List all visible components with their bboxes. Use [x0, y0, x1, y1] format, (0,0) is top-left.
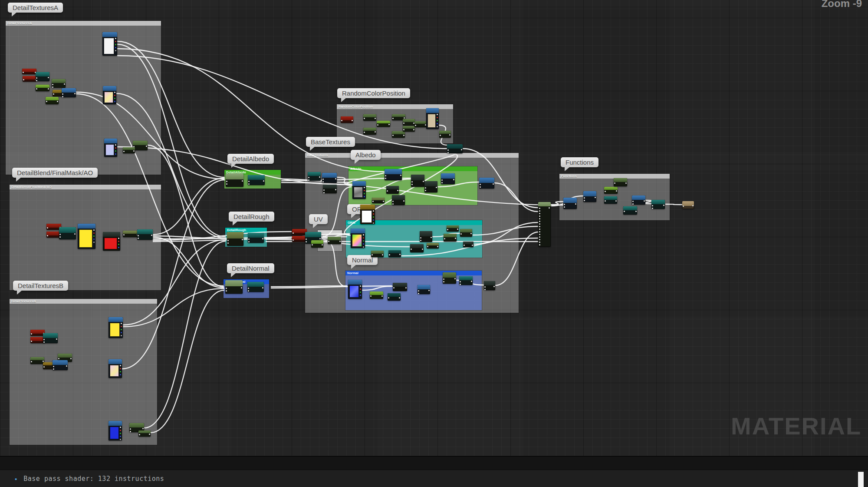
node-pin[interactable] — [480, 184, 481, 185]
graph-node[interactable] — [328, 237, 341, 244]
node-pin[interactable] — [455, 238, 456, 239]
wire[interactable] — [76, 94, 224, 286]
node-pin[interactable] — [226, 288, 227, 289]
graph-node[interactable] — [247, 282, 264, 292]
node-pin[interactable] — [352, 120, 353, 121]
node-pin[interactable] — [114, 101, 115, 102]
node-pin[interactable] — [411, 181, 413, 182]
node-pin[interactable] — [263, 180, 264, 182]
wire[interactable] — [323, 240, 347, 287]
node-pin[interactable] — [130, 431, 131, 432]
node-pin[interactable] — [397, 190, 398, 191]
node-pin[interactable] — [139, 434, 140, 435]
node-pin[interactable] — [93, 232, 95, 234]
node-pin[interactable] — [36, 88, 37, 89]
node-pin[interactable] — [293, 239, 294, 241]
node-pin[interactable] — [364, 193, 365, 194]
wire[interactable] — [473, 222, 539, 244]
node-pin[interactable] — [539, 215, 540, 217]
node-pin[interactable] — [616, 190, 617, 192]
graph-node[interactable] — [78, 224, 95, 249]
comment-title-bubble[interactable]: DetailTexturesB — [13, 281, 68, 291]
node-pin[interactable] — [539, 213, 540, 214]
node-pin[interactable] — [242, 180, 243, 182]
node-pin[interactable] — [227, 240, 229, 241]
node-pin[interactable] — [411, 184, 413, 185]
node-pin[interactable] — [48, 77, 49, 78]
node-pin[interactable] — [360, 285, 361, 287]
node-pin[interactable] — [120, 427, 121, 428]
comment-title-bubble[interactable]: DetailBlend/FinalMask/AO — [12, 168, 98, 178]
graph-node[interactable] — [424, 181, 437, 192]
node-pin[interactable] — [43, 339, 45, 340]
node-pin[interactable] — [114, 95, 115, 96]
node-pin[interactable] — [370, 295, 372, 297]
node-pin[interactable] — [413, 129, 414, 130]
graph-node[interactable] — [393, 283, 407, 291]
wire[interactable] — [645, 200, 652, 204]
node-pin[interactable] — [312, 244, 313, 245]
node-pin[interactable] — [142, 428, 144, 429]
node-pin[interactable] — [149, 434, 150, 435]
node-pin[interactable] — [121, 335, 122, 336]
node-pin[interactable] — [226, 183, 227, 185]
node-pin[interactable] — [53, 366, 54, 367]
node-pin[interactable] — [52, 84, 53, 85]
node-pin[interactable] — [624, 211, 625, 212]
node-pin[interactable] — [115, 144, 116, 146]
node-pin[interactable] — [683, 205, 684, 207]
node-pin[interactable] — [118, 241, 119, 242]
node-pin[interactable] — [373, 216, 374, 218]
graph-node[interactable] — [392, 195, 405, 205]
node-pin[interactable] — [605, 191, 606, 192]
node-pin[interactable] — [549, 207, 550, 209]
node-pin[interactable] — [392, 118, 394, 119]
node-pin[interactable] — [387, 190, 388, 192]
node-pin[interactable] — [539, 239, 540, 240]
node-pin[interactable] — [411, 248, 412, 250]
graph-node[interactable] — [43, 333, 58, 343]
node-pin[interactable] — [43, 361, 44, 362]
node-pin[interactable] — [335, 189, 336, 190]
node-pin[interactable] — [575, 203, 576, 205]
graph-node[interactable] — [460, 229, 472, 237]
graph-node[interactable] — [463, 242, 473, 247]
node-pin[interactable] — [564, 206, 565, 208]
graph-node[interactable] — [479, 178, 494, 189]
node-pin[interactable] — [363, 234, 364, 235]
node-pin[interactable] — [364, 187, 365, 188]
wire[interactable] — [144, 241, 226, 428]
node-pin[interactable] — [385, 178, 386, 179]
node-pin[interactable] — [120, 430, 121, 431]
node-pin[interactable] — [262, 238, 263, 239]
node-pin[interactable] — [539, 218, 540, 219]
node-pin[interactable] — [625, 182, 627, 184]
node-pin[interactable] — [415, 125, 416, 126]
node-pin[interactable] — [389, 254, 390, 255]
node-pin[interactable] — [57, 101, 58, 102]
comment-title-bubble[interactable]: DetailTexturesA — [8, 3, 63, 13]
wire[interactable] — [362, 286, 393, 290]
node-pin[interactable] — [595, 197, 596, 198]
node-pin[interactable] — [420, 237, 421, 239]
node-pin[interactable] — [615, 200, 617, 202]
node-pin[interactable] — [115, 153, 116, 155]
graph-node[interactable] — [103, 86, 116, 104]
graph-node[interactable] — [392, 131, 405, 138]
node-pin[interactable] — [115, 38, 116, 39]
node-pin[interactable] — [385, 175, 386, 176]
graph-node[interactable] — [108, 421, 122, 441]
node-pin[interactable] — [93, 239, 95, 240]
node-pin[interactable] — [248, 183, 250, 185]
node-pin[interactable] — [363, 240, 364, 242]
node-pin[interactable] — [460, 281, 461, 282]
graph-node[interactable] — [418, 285, 430, 294]
node-pin[interactable] — [115, 44, 116, 45]
node-pin[interactable] — [248, 181, 250, 182]
node-pin[interactable] — [441, 179, 443, 181]
wire[interactable] — [123, 288, 224, 327]
node-pin[interactable] — [43, 341, 45, 343]
node-pin[interactable] — [403, 129, 404, 130]
node-pin[interactable] — [52, 86, 53, 88]
graph-node[interactable] — [443, 272, 456, 284]
